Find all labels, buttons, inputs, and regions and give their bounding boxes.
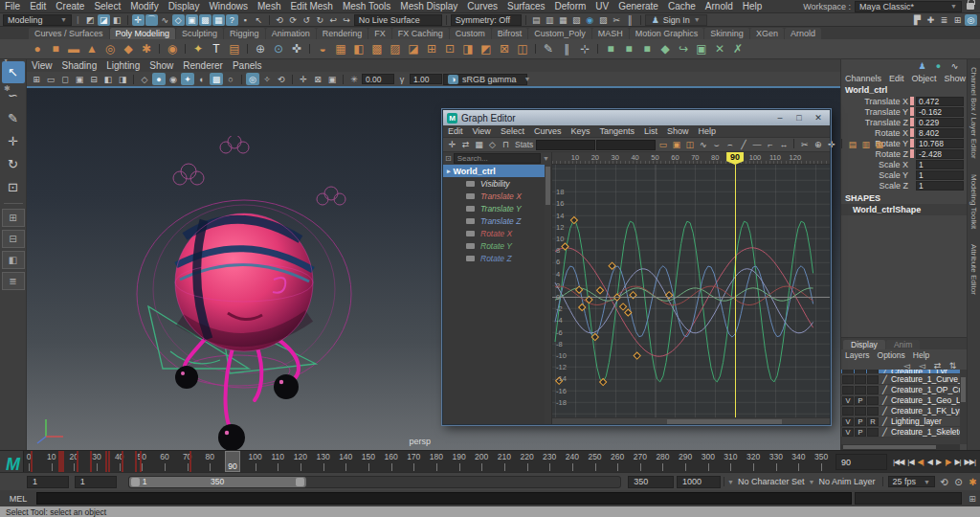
go-to-end-button[interactable]: ▶▶| [963, 458, 977, 466]
keyable-attributes-icon[interactable]: ↻ [314, 14, 326, 26]
close-button[interactable]: ✕ [811, 113, 826, 123]
poly-cylinder-icon[interactable]: ▬ [65, 40, 82, 57]
layout-outliner-persp[interactable]: ◧ [2, 251, 25, 269]
ge-menu-help[interactable]: Help [693, 126, 721, 136]
ge-keyframe[interactable] [634, 352, 640, 359]
stats-time-field[interactable] [536, 140, 595, 150]
layer-tab-display[interactable]: Display [843, 340, 885, 349]
menu-arnold[interactable]: Arnold [701, 1, 738, 11]
input-connections-icon[interactable]: ⟲ [274, 14, 286, 26]
snap-curve-icon[interactable]: ⌒ [145, 14, 158, 26]
extrude-icon[interactable]: ▩ [368, 40, 386, 57]
graph-editor-hscrollbar[interactable] [552, 417, 830, 424]
layer-toggle-p[interactable]: P [855, 396, 866, 405]
delete-history-icon[interactable]: ✗ [729, 40, 746, 57]
step-back-frame-button[interactable]: |◀ [905, 458, 915, 466]
stats-value-field[interactable] [596, 140, 656, 150]
channel-mute-icon[interactable] [466, 231, 475, 236]
attribute-editor-icon[interactable]: ⊞ [951, 14, 964, 26]
shelf-tab-bifrost[interactable]: Bifrost [492, 28, 528, 39]
flat-tangent-icon[interactable]: — [750, 139, 763, 151]
layer-toggle-v[interactable]: V [842, 417, 854, 426]
exposure-field[interactable]: 0.00 [362, 74, 394, 84]
minimize-button[interactable]: – [772, 113, 788, 123]
cb-menu-show[interactable]: Show [941, 74, 970, 83]
menu-modify[interactable]: Modify [125, 1, 163, 11]
character-set-menu[interactable]: No Character Set [734, 477, 809, 486]
range-slider-track[interactable]: 1 350 [128, 476, 621, 488]
menu-create[interactable]: Create [51, 1, 89, 11]
menu-file[interactable]: File [0, 1, 25, 11]
graph-editor-time-ruler[interactable]: 10203040506070809010011012090 [552, 152, 830, 165]
separate-icon[interactable]: ◧ [350, 40, 368, 57]
animation-preferences-icon[interactable]: ⊙ [951, 477, 966, 487]
shelf-tab-arnold[interactable]: Arnold [785, 28, 821, 39]
construction-history-icon[interactable]: ↺ [301, 14, 313, 26]
shelf-tab-custom-poly[interactable]: Custom_Poly [528, 28, 591, 39]
range-end-handle[interactable] [296, 478, 304, 486]
outliner-scrollbar[interactable] [545, 165, 551, 424]
field-chart-icon[interactable]: ⊟ [87, 73, 100, 85]
filter-icon[interactable]: ⊡ [445, 154, 452, 163]
time-slider[interactable]: 0102030405060708090100110120130140150160… [0, 450, 980, 472]
channel-value-field[interactable]: 8.402 [916, 128, 964, 138]
shelf-tab-animation[interactable]: Animation [266, 28, 316, 39]
ge-channel-translate-x[interactable]: Translate X [443, 190, 551, 202]
soft-selection-icon[interactable]: ↪ [341, 14, 353, 26]
current-frame-field[interactable]: 90 [835, 454, 887, 470]
layer-toggle-p[interactable]: P [855, 428, 866, 437]
channel-mute-icon[interactable] [466, 181, 475, 187]
mirror-skin-weights-icon[interactable]: ■ [638, 40, 656, 57]
graph-editor-titlebar[interactable]: M Graph Editor – □ ✕ [443, 110, 830, 125]
multi-cut-icon[interactable]: ∥ [558, 40, 575, 57]
isolate-select-icon[interactable]: ⟲ [275, 73, 288, 85]
step-back-key-button[interactable]: ◀| [916, 458, 925, 466]
channel-mute-icon[interactable] [466, 218, 475, 224]
menu-edit-mesh[interactable]: Edit Mesh [285, 1, 337, 11]
snap-mesh-icon[interactable]: ▦ [212, 14, 225, 26]
shelf-tab-rendering[interactable]: Rendering [317, 28, 368, 39]
shelf-tab-curves-surfaces[interactable]: Curves / Surfaces [29, 28, 109, 39]
depth-of-field-icon[interactable]: ✧ [260, 73, 274, 85]
chevron-down-icon[interactable]: ▼ [727, 479, 734, 485]
paint-selection-tool[interactable]: ✎ [2, 107, 25, 129]
detach-skin-icon[interactable]: ✕ [711, 40, 728, 57]
layer-toggle-p[interactable] [855, 407, 866, 416]
booleans-icon[interactable]: ◒ [314, 40, 331, 57]
side-tab-modeling-toolkit[interactable]: Modeling Toolkit [969, 174, 978, 229]
search-input[interactable]: Search... [454, 153, 541, 164]
smooth-icon[interactable]: ⊡ [441, 40, 458, 57]
layout-hypergraph-persp[interactable]: ≣ [2, 272, 25, 290]
playback-loop-icon[interactable]: ⟲ [937, 477, 951, 487]
frame-playback-range-icon[interactable]: ▣ [670, 139, 682, 151]
shelf-tab-xgen[interactable]: XGen [750, 28, 784, 39]
ge-keyframe[interactable] [620, 303, 627, 310]
layer-scrollbar[interactable] [960, 370, 967, 444]
channel-mute-icon[interactable] [466, 256, 475, 261]
command-language-label[interactable]: MEL [0, 494, 36, 504]
sign-in-button[interactable]: ♟ Sign In ▼ [645, 14, 707, 26]
channel-mute-icon[interactable] [466, 243, 475, 249]
channel-mute-icon[interactable] [466, 193, 475, 199]
poly-plane-icon[interactable]: ◆ [120, 40, 137, 57]
menu-display[interactable]: Display [164, 1, 205, 11]
step-forward-frame-button[interactable]: ▶| [952, 458, 962, 466]
menu-help[interactable]: Help [738, 1, 768, 11]
play-forwards-button[interactable]: ▶ [934, 458, 943, 466]
menu-windows[interactable]: Windows [204, 1, 253, 11]
arnold-render-icon[interactable]: ▨ [597, 14, 610, 26]
grid-toggle-icon[interactable]: ⊞ [30, 73, 43, 85]
wireframe-icon[interactable]: ◇ [138, 73, 151, 85]
render-settings-icon[interactable]: ▦ [557, 14, 569, 26]
scale-tool[interactable]: ⊡ [2, 176, 25, 198]
cb-menu-edit[interactable]: Edit [885, 74, 908, 83]
show-grid-icon[interactable]: ✚ [924, 14, 937, 26]
step-forward-key-button[interactable]: |▶ [943, 458, 952, 466]
range-start-handle[interactable] [131, 478, 140, 486]
rotate-tool[interactable]: ↻ [2, 153, 25, 175]
textured-icon[interactable]: ◉ [167, 73, 180, 85]
layer-toggle-v[interactable]: V [842, 428, 854, 437]
svg-tool-icon[interactable]: ▤ [226, 40, 243, 57]
channel-value-field[interactable]: 10.768 [916, 139, 964, 148]
viewport-menu-shading[interactable]: Shading [57, 60, 102, 71]
